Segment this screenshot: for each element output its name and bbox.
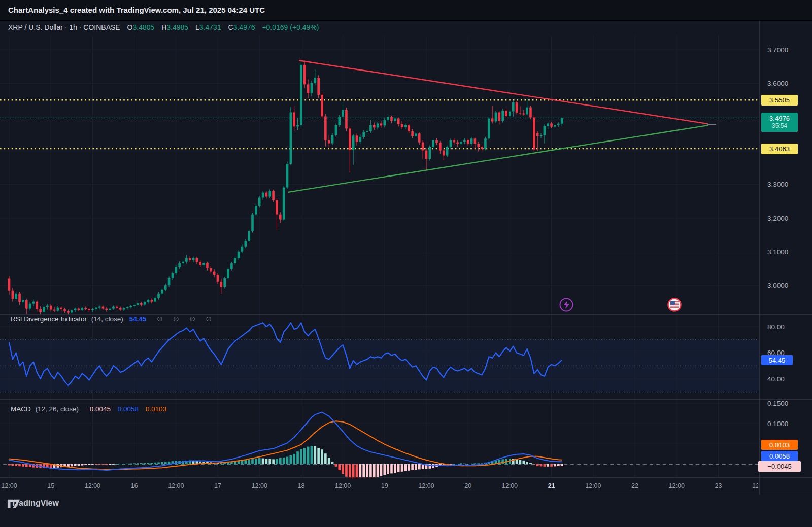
time-axis-label: 12:00	[502, 482, 518, 489]
macd-layer	[8, 412, 563, 482]
tradingview-logo-icon	[7, 499, 20, 509]
ohlc-o-label: O	[127, 23, 133, 31]
macd-signal-value: 0.0103	[146, 405, 166, 413]
level-badge-upper: 3.5505	[761, 95, 798, 106]
ohlc-h-value: 3.4985	[166, 23, 188, 31]
time-axis-label: 12:00	[585, 482, 601, 489]
rsi-axis-label: 40.00	[767, 375, 785, 383]
rsi-empty-marker-icon: ∅	[189, 315, 195, 323]
time-axis-label: 12:00	[1, 482, 17, 489]
price-axis-label: 3.0000	[767, 282, 788, 289]
us-flag-event-icon[interactable]	[668, 299, 681, 311]
macd-hist-value: −0.0045	[86, 405, 111, 413]
price-axis-label: 3.3000	[767, 181, 788, 188]
rsi-empty-marker-icon: ∅	[206, 315, 211, 323]
time-axis-label: 12:00	[168, 482, 184, 489]
level-badge-lower: 3.4063	[761, 144, 798, 154]
rsi-value-badge: 54.45	[761, 355, 793, 365]
macd-indicator-legend[interactable]: MACD (12, 26, close) −0.0045 0.0058 0.01…	[11, 405, 166, 413]
time-axis-label: 16	[131, 482, 138, 489]
macd-signal-badge: 0.0103	[761, 440, 798, 450]
tradingview-chart-window: { "header": {"title": "ChartAnalysis_4 c…	[0, 0, 812, 527]
macd-params: (12, 26, close)	[36, 405, 79, 413]
price-axis-label: 3.6000	[767, 80, 788, 87]
time-axis-label: 15	[47, 482, 54, 489]
time-axis-label: 18	[297, 482, 304, 489]
macd-axis-label: 0.1000	[767, 420, 788, 428]
price-axis-label: 3.1000	[767, 248, 788, 256]
candles-layer	[8, 60, 563, 315]
ohlc-c-value: 3.4976	[233, 23, 255, 31]
symbol-title: XRP / U.S. Dollar · 1h · COINBASE	[8, 23, 120, 31]
macd-hist-badge: −0.0045	[758, 461, 801, 472]
ohlc-l-label: L	[195, 23, 199, 31]
rsi-params: (14, close)	[91, 315, 123, 323]
tradingview-watermark[interactable]: TradingView	[7, 499, 59, 508]
rsi-indicator-legend[interactable]: RSI Divergence Indicator (14, close) 54.…	[11, 315, 212, 323]
macd-line-value: 0.0058	[118, 405, 139, 413]
price-axis-label: 3.7000	[767, 46, 788, 54]
rsi-empty-marker-icon: ∅	[173, 315, 179, 323]
time-axis-label: 17	[214, 482, 221, 489]
ascending-trendline	[288, 125, 708, 192]
macd-title: MACD	[11, 405, 31, 413]
last-price-badge: 3.4976 35:54	[761, 113, 798, 132]
ohlc-l-value: 3.4731	[199, 23, 221, 31]
rsi-title: RSI Divergence Indicator	[11, 315, 87, 323]
time-axis-label: 12:00	[752, 482, 768, 489]
time-axis-label: 19	[381, 482, 388, 489]
time-axis-label: 22	[631, 482, 638, 489]
time-axis-label: 12:00	[252, 482, 267, 489]
time-axis-label: 12:00	[669, 482, 685, 489]
last-price-value: 3.4976	[769, 115, 790, 122]
bar-countdown: 35:54	[772, 122, 787, 130]
symbol-legend[interactable]: XRP / U.S. Dollar · 1h · COINBASE O3.480…	[8, 23, 319, 33]
price-change: +0.0169 (+0.49%)	[262, 23, 319, 31]
ohlc-o-value: 3.4805	[132, 23, 154, 31]
time-axis-label-current-day: 21	[548, 482, 555, 489]
rsi-axis-label: 80.00	[767, 323, 785, 331]
time-axis-label: 12:00	[418, 482, 434, 489]
time-axis[interactable]: 12:001512:001612:001712:001812:001912:00…	[1, 482, 768, 489]
macd-signal-line	[9, 421, 562, 469]
macd-line-badge: 0.0058	[761, 451, 798, 461]
rsi-empty-marker-icon: ∅	[157, 315, 162, 323]
time-axis-label: 12:00	[335, 482, 351, 489]
lightning-alert-icon[interactable]	[560, 299, 573, 311]
price-axis-label: 3.2000	[767, 215, 788, 222]
ohlc-c-label: C	[228, 23, 233, 31]
macd-axis-label: 0.1500	[767, 400, 788, 407]
rsi-value: 54.45	[129, 315, 147, 323]
time-axis-label: 20	[464, 482, 471, 489]
ohlc-h-label: H	[161, 23, 166, 31]
time-axis-label: 23	[715, 482, 722, 489]
time-axis-label: 12:00	[85, 482, 100, 489]
macd-main-line	[9, 412, 562, 470]
chart-canvas[interactable]: 3.70003.60003.30003.20003.10003.000080.0…	[0, 0, 812, 527]
